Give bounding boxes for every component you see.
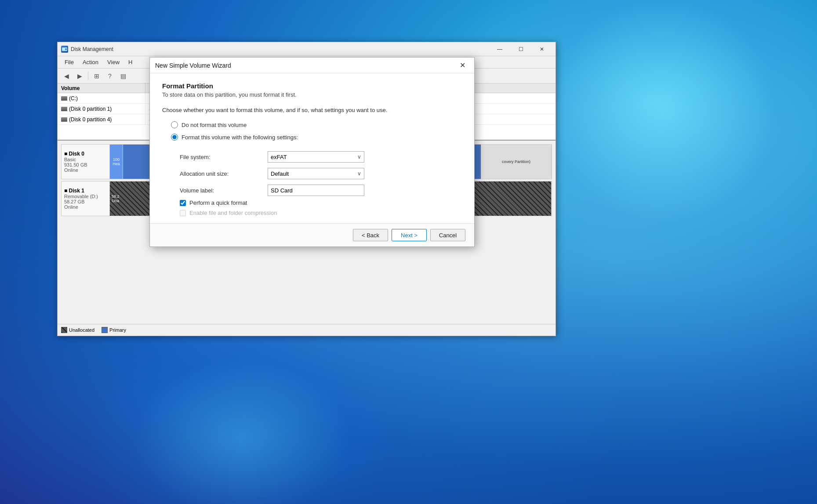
window-close-button[interactable]: ✕ — [532, 42, 552, 56]
disk-1-size: 58.27 GB — [64, 199, 107, 204]
disk-0-info: ■ Disk 0 Basic 931.50 GB Online — [62, 145, 110, 179]
compression-label: Enable file and folder compression — [189, 210, 277, 216]
compression-option: Enable file and folder compression — [180, 210, 462, 216]
format-partition-dialog: New Simple Volume Wizard ✕ Format Partit… — [149, 57, 475, 247]
back-button[interactable]: < Back — [353, 229, 388, 241]
minimize-button[interactable]: — — [490, 42, 510, 56]
partition-recovery[interactable]: covery Partition) — [481, 145, 552, 179]
window-titlebar: Disk Management — ☐ ✕ — [58, 42, 556, 56]
compression-checkbox — [180, 210, 186, 216]
format-option[interactable]: Format this volume with the following se… — [171, 134, 462, 141]
volume-label-control — [268, 185, 364, 196]
partition-system[interactable]: 100Hea — [110, 145, 123, 179]
volume-label-label: Volume label: — [180, 187, 268, 194]
legend-primary-label: Primary — [109, 327, 126, 333]
menu-view[interactable]: View — [104, 58, 123, 67]
menu-file[interactable]: File — [61, 58, 77, 67]
disk-1-type: Removable (D:) — [64, 194, 107, 199]
dialog-footer: < Back Next > Cancel — [150, 223, 474, 247]
instruction-text: Choose whether you want to format this v… — [162, 107, 462, 113]
quick-format-checkbox[interactable] — [180, 200, 186, 206]
cell-volume-disk0p1: (Disk 0 partition 1) — [58, 104, 145, 114]
dialog-titlebar: New Simple Volume Wizard ✕ — [150, 58, 474, 73]
dialog-title: New Simple Volume Wizard — [155, 62, 456, 69]
list-button[interactable]: ▤ — [117, 70, 129, 82]
legend-primary: Primary — [102, 327, 126, 333]
file-system-row: File system: exFAT ∨ — [180, 151, 462, 163]
legend-primary-box — [102, 327, 108, 333]
legend-unallocated-box — [61, 327, 67, 333]
help-button[interactable]: ? — [104, 70, 116, 82]
alloc-unit-dropdown[interactable]: Default ∨ — [268, 168, 364, 179]
back-button[interactable]: ◀ — [60, 70, 73, 82]
disk-1-name: ■ Disk 1 — [64, 188, 107, 194]
alloc-unit-control: Default ∨ — [268, 168, 364, 179]
section-subtitle: To store data on this partition, you mus… — [162, 91, 462, 98]
no-format-radio[interactable] — [171, 121, 178, 128]
window-controls: — ☐ ✕ — [490, 42, 552, 56]
legend-unallocated-label: Unallocated — [69, 327, 94, 333]
menu-action[interactable]: Action — [79, 58, 102, 67]
volume-label-input[interactable] — [268, 185, 364, 196]
disk-1-info: ■ Disk 1 Removable (D:) 58.27 GB Online — [62, 181, 110, 216]
format-radio[interactable] — [171, 134, 178, 141]
chevron-down-icon: ∨ — [357, 170, 361, 177]
svg-point-2 — [65, 49, 66, 50]
drive-icon — [61, 107, 67, 111]
disk-0-type: Basic — [64, 157, 107, 162]
section-title: Format Partition — [162, 82, 462, 90]
dialog-content: Format Partition To store data on this p… — [150, 73, 474, 223]
column-volume: Volume — [58, 83, 145, 93]
format-label: Format this volume with the following se… — [182, 134, 298, 141]
volume-label-row: Volume label: — [180, 185, 462, 196]
file-system-dropdown[interactable]: exFAT ∨ — [268, 151, 364, 163]
alloc-unit-value: Default — [271, 170, 289, 177]
legend-unallocated: Unallocated — [61, 327, 94, 333]
toolbar-separator — [88, 72, 88, 80]
disk-0-name: ■ Disk 0 — [64, 151, 107, 157]
drive-icon — [61, 117, 67, 122]
maximize-button[interactable]: ☐ — [511, 42, 531, 56]
file-system-value: exFAT — [271, 154, 287, 160]
chevron-down-icon: ∨ — [357, 154, 361, 160]
disk-0-status: Online — [64, 167, 107, 173]
alloc-unit-row: Allocation unit size: Default ∨ — [180, 168, 462, 179]
no-format-label: Do not format this volume — [182, 122, 247, 128]
disk-management-icon — [61, 46, 68, 53]
grid-button[interactable]: ⊞ — [91, 70, 103, 82]
dialog-close-button[interactable]: ✕ — [456, 59, 469, 72]
alloc-unit-label: Allocation unit size: — [180, 170, 268, 177]
checkbox-group: Perform a quick format Enable file and f… — [180, 199, 462, 216]
next-button[interactable]: Next > — [392, 229, 427, 241]
radio-group: Do not format this volume Format this vo… — [171, 121, 462, 141]
window-title: Disk Management — [71, 46, 490, 52]
no-format-option[interactable]: Do not format this volume — [171, 121, 462, 128]
forward-button[interactable]: ▶ — [73, 70, 86, 82]
quick-format-label: Perform a quick format — [189, 199, 247, 206]
file-system-control: exFAT ∨ — [268, 151, 364, 163]
cell-volume-c: (C:) — [58, 93, 145, 103]
cell-volume-disk0p4: (Disk 0 partition 4) — [58, 114, 145, 124]
quick-format-option[interactable]: Perform a quick format — [180, 199, 462, 206]
disk-0-size: 931.50 GB — [64, 162, 107, 167]
menu-help[interactable]: H — [125, 58, 136, 67]
legend-bar: Unallocated Primary — [58, 324, 556, 336]
disk-1-status: Online — [64, 204, 107, 210]
cancel-button[interactable]: Cancel — [430, 229, 465, 241]
drive-icon — [61, 96, 67, 101]
format-settings: File system: exFAT ∨ Allocation unit siz… — [180, 151, 462, 196]
file-system-label: File system: — [180, 154, 268, 160]
